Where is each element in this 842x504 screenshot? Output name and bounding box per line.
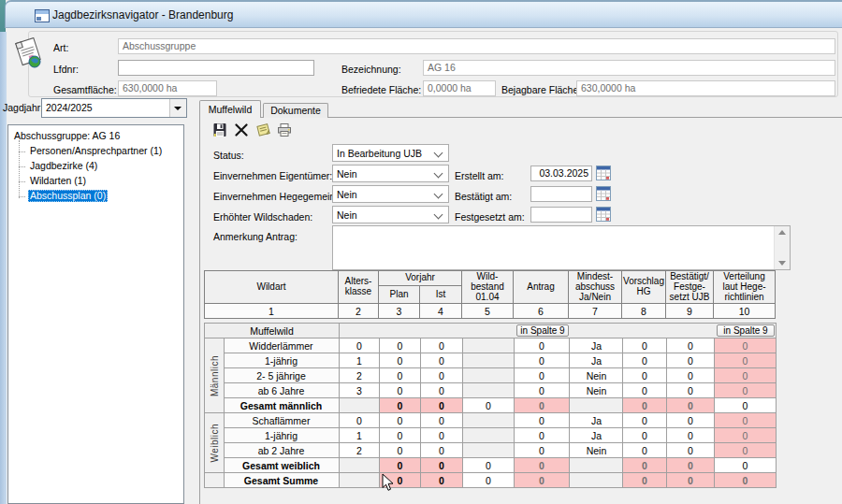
col-number: 3 — [379, 304, 420, 319]
einvernehmen-eigentuemer-select[interactable]: Nein — [332, 165, 449, 182]
gesamtflaeche-label: Gesamtfläche: — [53, 84, 117, 95]
col-number: 10 — [714, 304, 776, 319]
scroll-up-icon[interactable] — [778, 230, 786, 235]
delete-icon[interactable] — [234, 122, 249, 137]
total-row-maennlich: Gesamt männlich 0 0 0 0 0 0 0 — [205, 398, 777, 413]
tree-root-abschussgruppe[interactable]: Abschussgruppe: AG 16 — [14, 130, 120, 141]
col-header-altersklasse: Alters- klasse — [339, 271, 379, 304]
bezeichnung-value: AG 16 — [423, 60, 835, 76]
lfdnr-label: Lfdnr: — [53, 64, 79, 75]
in-spalte-9-button[interactable]: in Spalte 9 — [717, 324, 775, 337]
col-header-bestaetigt-ujb: Bestätigt/ Festge- setzt UJB — [666, 271, 714, 304]
chevron-down-icon — [434, 149, 443, 158]
festgesetzt-am-label: Festgesetzt am: — [455, 211, 525, 223]
tab-muffelwild[interactable]: Muffelwild — [199, 100, 261, 118]
sidebar-item-abschussplan[interactable]: Abschussplan (0) — [19, 190, 108, 202]
abschussplan-table: Wildart Alters- klasse Vorjahr Wild- bes… — [204, 270, 777, 488]
col-number: 9 — [666, 304, 714, 319]
save-icon[interactable] — [212, 122, 227, 137]
col-header-mindestabschuss: Mindest- abschuss Ja/Nein — [569, 271, 622, 304]
festgesetzt-am-input[interactable] — [530, 207, 592, 223]
einvernehmen-hegegemeinschaft-select[interactable]: Nein — [332, 185, 449, 203]
textarea-scrollbar[interactable] — [774, 226, 790, 269]
anmerkung-antrag-label: Anmerkung Antrag: — [213, 231, 298, 242]
befriedete-flaeche-label: Befriedete Fläche: — [341, 84, 421, 95]
lfdnr-input[interactable] — [118, 60, 314, 76]
table-row: 1-jährig 1 0 0 0 Ja 0 0 0 — [205, 428, 777, 443]
col-header-wildart: Wildart — [205, 271, 339, 304]
gesamtflaeche-value: 630,0000 ha — [118, 80, 217, 96]
status-select[interactable]: In Bearbeitung UJB — [332, 144, 449, 162]
befriedete-flaeche-value: 0,0000 ha — [423, 80, 496, 96]
bestaetigt-am-input[interactable] — [530, 186, 592, 202]
app-window: { "colors": { "selection_blue": "#0078D7… — [0, 0, 842, 504]
col-number: 6 — [514, 304, 569, 319]
erstellt-am-input[interactable]: 03.03.2025 — [530, 166, 592, 181]
table-row: Männlich Widderlämmer 0 0 0 0 Ja 0 0 0 — [205, 338, 777, 353]
col-number: 1 — [205, 304, 339, 319]
bejagbare-flaeche-value: 630,0000 ha — [576, 80, 835, 96]
jagdjahr-value: 2024/2025 — [46, 102, 93, 113]
title-bar[interactable]: Jagdbezirksnavigator - Brandenburg — [5, 0, 842, 28]
col-number: 7 — [569, 304, 622, 319]
col-header-antrag: Antrag — [514, 271, 569, 304]
group-weiblich: Weiblich — [205, 413, 225, 473]
table-row: 2- 5 jährige 2 0 0 0 Nein 0 0 0 — [205, 368, 777, 383]
table-row: 1-jährig 1 0 0 0 Ja 0 0 0 — [205, 353, 777, 368]
sidebar-item-jagdbezirke[interactable]: Jagdbezirke (4) — [19, 160, 99, 172]
in-spalte-9-button[interactable]: in Spalte 9 — [516, 324, 569, 337]
jagdjahr-dropdown-button[interactable] — [169, 99, 186, 117]
col-header-wildbestand: Wild- bestand 01.04 — [462, 271, 514, 304]
sidebar-item-wildarten[interactable]: Wildarten (1) — [19, 175, 88, 187]
tab-dokumente[interactable]: Dokumente — [263, 103, 328, 118]
group-maennlich: Männlich — [205, 338, 225, 413]
erhoehter-wildschaden-label: Erhöhter Wildschaden: — [213, 211, 312, 223]
chevron-down-icon — [434, 169, 443, 179]
calendar-icon[interactable] — [596, 166, 611, 180]
note-icon[interactable] — [255, 122, 270, 137]
col-number: 5 — [462, 304, 514, 319]
col-header-plan: Plan — [379, 285, 420, 304]
col-header-verteilung: Verteilung laut Hege- richtlinien — [714, 271, 776, 304]
col-number: 8 — [622, 304, 666, 319]
calendar-icon[interactable] — [596, 207, 611, 222]
art-value: Abschussgruppe — [118, 38, 835, 54]
total-row-weiblich: Gesamt weiblich 0 0 0 0 0 0 0 — [205, 458, 777, 473]
print-icon[interactable] — [277, 122, 292, 137]
window-icon — [35, 9, 50, 22]
tree-branch-icon — [19, 166, 25, 167]
chevron-down-icon — [434, 190, 443, 199]
anmerkung-antrag-textarea[interactable] — [332, 225, 791, 270]
navigation-tree: Abschussgruppe: AG 16 Personen/Ansprechp… — [7, 124, 184, 504]
bestaetigt-am-label: Bestätigt am: — [455, 191, 512, 202]
dropdown-arrow-icon — [174, 107, 181, 110]
col-number: 2 — [339, 304, 379, 319]
col-header-vorjahr: Vorjahr — [379, 271, 462, 286]
sidebar-item-personen[interactable]: Personen/Ansprechpartner (1) — [19, 145, 164, 157]
species-row: Muffelwild in Spalte 9 in Spalte 9 — [205, 324, 777, 338]
mouse-cursor-icon — [382, 473, 395, 492]
jagdjahr-select[interactable]: 2024/2025 — [41, 98, 187, 118]
tree-branch-icon — [19, 151, 25, 152]
bezeichnung-label: Bezeichnung: — [341, 64, 401, 75]
bejagbare-flaeche-label: Bejagbare Fläche: — [501, 84, 581, 95]
calendar-icon[interactable] — [596, 186, 611, 201]
erhoehter-wildschaden-select[interactable]: Nein — [332, 206, 449, 223]
table-row: Weiblich Schaflämmer 0 0 0 0 Ja 0 0 0 — [205, 413, 777, 428]
col-header-vorschlag-hg: Vorschlag HG — [622, 271, 666, 304]
window-title: Jagdbezirksnavigator - Brandenburg — [52, 8, 233, 22]
table-body: Muffelwild in Spalte 9 in Spalte 9 Männl… — [204, 323, 777, 488]
col-number: 4 — [420, 304, 462, 319]
scroll-down-icon[interactable] — [778, 261, 786, 266]
selected-tree-item: Abschussplan (0) — [28, 190, 108, 202]
table-header: Wildart Alters- klasse Vorjahr Wild- bes… — [204, 270, 776, 319]
species-name: Muffelwild — [205, 324, 340, 338]
art-label: Art: — [53, 42, 68, 53]
tree-branch-icon — [19, 181, 25, 182]
jagdjahr-label: Jagdjahr: — [3, 102, 43, 113]
tree-branch-icon — [19, 196, 25, 197]
col-header-ist: Ist — [420, 285, 462, 304]
hunting-document-icon — [12, 37, 44, 69]
erstellt-am-label: Erstellt am: — [455, 170, 504, 181]
grand-total-row: Gesamt Summe 0 0 0 0 0 0 0 — [205, 473, 777, 488]
